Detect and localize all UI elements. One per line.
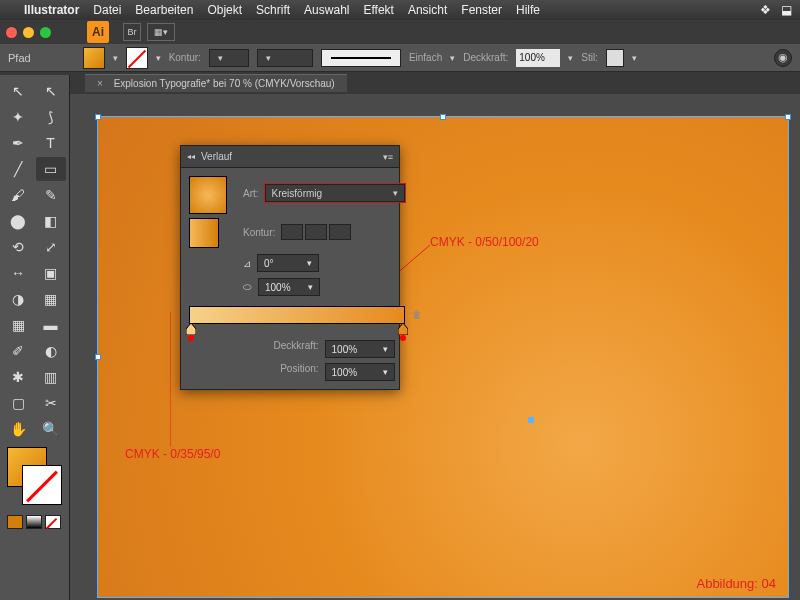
annotation-pin: [188, 335, 194, 341]
menu-objekt[interactable]: Objekt: [207, 3, 242, 17]
perspective-tool[interactable]: ▦: [36, 287, 66, 311]
rectangle-tool[interactable]: ▭: [36, 157, 66, 181]
line-tool[interactable]: ╱: [3, 157, 33, 181]
opacity-dropdown-icon[interactable]: ▾: [568, 53, 573, 63]
zoom-tool[interactable]: 🔍: [36, 417, 66, 441]
stroke-color-box[interactable]: [22, 465, 62, 505]
scale-tool[interactable]: ⤢: [36, 235, 66, 259]
blend-tool[interactable]: ◐: [36, 339, 66, 363]
stroke-dropdown-icon[interactable]: ▾: [156, 53, 161, 63]
lasso-tool[interactable]: ⟆: [36, 105, 66, 129]
none-mode-button[interactable]: [45, 515, 61, 529]
gradient-mode-button[interactable]: [26, 515, 42, 529]
document-tabbar: × Explosion Typografie* bei 70 % (CMYK/V…: [0, 72, 800, 94]
dropbox-icon[interactable]: ⬓: [781, 3, 792, 17]
paintbrush-tool[interactable]: 🖌: [3, 183, 33, 207]
basic-label: Einfach: [409, 52, 442, 63]
stop-opacity-label: Deckkraft:: [249, 340, 319, 358]
fill-swatch[interactable]: [83, 47, 105, 69]
angle-field[interactable]: 0°▾: [257, 254, 319, 272]
selection-handle[interactable]: [95, 114, 101, 120]
symbol-sprayer-tool[interactable]: ✱: [3, 365, 33, 389]
pen-tool[interactable]: ✒: [3, 131, 33, 155]
gradient-panel: ◂◂ Verlauf ▾≡ Art: Kreisförmig ▾ Kontur:…: [180, 145, 400, 390]
column-graph-tool[interactable]: ▥: [36, 365, 66, 389]
opacity-field[interactable]: [516, 49, 560, 67]
blob-brush-tool[interactable]: ⬤: [3, 209, 33, 233]
eraser-tool[interactable]: ◧: [36, 209, 66, 233]
panel-collapse-icon[interactable]: ◂◂: [187, 152, 195, 161]
style-label: Stil:: [581, 52, 598, 63]
menu-effekt[interactable]: Effekt: [363, 3, 393, 17]
menu-auswahl[interactable]: Auswahl: [304, 3, 349, 17]
stroke-swatch[interactable]: [126, 47, 148, 69]
stop-position-field[interactable]: 100%▾: [325, 363, 395, 381]
gradient-tool[interactable]: ▬: [36, 313, 66, 337]
arrange-docs-button[interactable]: ▦▾: [147, 23, 175, 41]
menu-hilfe[interactable]: Hilfe: [516, 3, 540, 17]
aspect-field[interactable]: 100%▾: [258, 278, 320, 296]
document-title: Explosion Typografie* bei 70 % (CMYK/Vor…: [114, 78, 335, 89]
eyedropper-tool[interactable]: ✐: [3, 339, 33, 363]
zoom-window-button[interactable]: [40, 27, 51, 38]
stop-opacity-field[interactable]: 100%▾: [325, 340, 395, 358]
mac-menubar: Illustrator Datei Bearbeiten Objekt Schr…: [0, 0, 800, 20]
type-tool[interactable]: T: [36, 131, 66, 155]
shape-builder-tool[interactable]: ◑: [3, 287, 33, 311]
hand-tool[interactable]: ✋: [3, 417, 33, 441]
direct-selection-tool[interactable]: ↖: [36, 79, 66, 103]
brush-definition[interactable]: [321, 49, 401, 67]
menu-app[interactable]: Illustrator: [24, 3, 79, 17]
slice-tool[interactable]: ✂: [36, 391, 66, 415]
selection-handle[interactable]: [440, 114, 446, 120]
stroke-across-button[interactable]: [329, 224, 351, 240]
magic-wand-tool[interactable]: ✦: [3, 105, 33, 129]
document-tab[interactable]: × Explosion Typografie* bei 70 % (CMYK/V…: [85, 74, 347, 92]
stroke-weight-dropdown[interactable]: [209, 49, 249, 67]
width-tool[interactable]: ↔: [3, 261, 33, 285]
mesh-tool[interactable]: ▦: [3, 313, 33, 337]
rotate-tool[interactable]: ⟲: [3, 235, 33, 259]
bridge-button[interactable]: Br: [123, 23, 141, 41]
callout-right-stop: CMYK - 0/50/100/20: [430, 235, 539, 249]
gradient-type-dropdown[interactable]: Kreisförmig ▾: [265, 184, 405, 202]
fill-dropdown-icon[interactable]: ▾: [113, 53, 118, 63]
menu-ansicht[interactable]: Ansicht: [408, 3, 447, 17]
pencil-tool[interactable]: ✎: [36, 183, 66, 207]
panel-menu-icon[interactable]: ▾≡: [383, 152, 393, 162]
free-transform-tool[interactable]: ▣: [36, 261, 66, 285]
color-mode-button[interactable]: [7, 515, 23, 529]
brush-dropdown-icon[interactable]: ▾: [450, 53, 455, 63]
gradient-preview[interactable]: [189, 176, 227, 214]
menu-bearbeiten[interactable]: Bearbeiten: [135, 3, 193, 17]
trash-icon[interactable]: 🗑: [412, 309, 422, 320]
menu-fenster[interactable]: Fenster: [461, 3, 502, 17]
style-dropdown-icon[interactable]: ▾: [632, 53, 637, 63]
menu-schrift[interactable]: Schrift: [256, 3, 290, 17]
gradient-stop-left[interactable]: [186, 323, 196, 333]
evernote-icon[interactable]: ❖: [760, 3, 771, 17]
gradient-slider[interactable]: 🗑: [189, 306, 405, 324]
tab-close-icon[interactable]: ×: [97, 78, 103, 89]
gradient-fill-stroke[interactable]: [189, 218, 219, 248]
variable-width-dropdown[interactable]: [257, 49, 313, 67]
stroke-within-button[interactable]: [281, 224, 303, 240]
toolbox: ↖ ↖ ✦ ⟆ ✒ T ╱ ▭ 🖌 ✎ ⬤ ◧ ⟲ ⤢ ↔ ▣ ◑ ▦ ▦ ▬ …: [0, 75, 70, 600]
artboard-tool[interactable]: ▢: [3, 391, 33, 415]
minimize-window-button[interactable]: [23, 27, 34, 38]
recolor-button[interactable]: ◉: [774, 49, 792, 67]
panel-title: Verlauf: [201, 151, 232, 162]
selection-type-label: Pfad: [8, 52, 31, 64]
menu-datei[interactable]: Datei: [93, 3, 121, 17]
gradient-stop-right[interactable]: [398, 323, 408, 333]
callout-left-stop: CMYK - 0/35/95/0: [125, 447, 220, 461]
type-label: Art:: [243, 188, 259, 199]
style-swatch[interactable]: [606, 49, 624, 67]
close-window-button[interactable]: [6, 27, 17, 38]
selection-handle[interactable]: [785, 114, 791, 120]
control-bar: Pfad ▾ ▾ Kontur: Einfach ▾ Deckkraft: ▾ …: [0, 44, 800, 72]
selection-tool[interactable]: ↖: [3, 79, 33, 103]
selection-handle[interactable]: [95, 354, 101, 360]
center-handle[interactable]: [528, 417, 534, 423]
stroke-along-button[interactable]: [305, 224, 327, 240]
